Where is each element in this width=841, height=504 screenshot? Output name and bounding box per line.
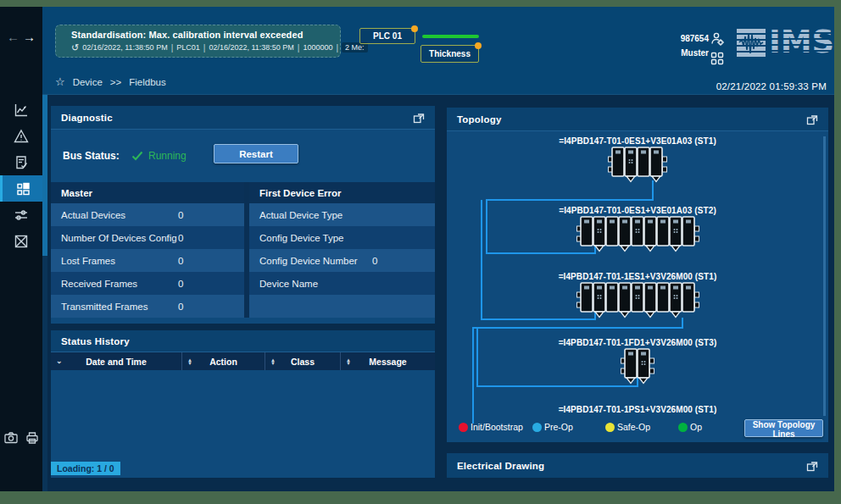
- sidebar-item-settings[interactable]: [0, 202, 42, 228]
- sort-icon[interactable]: ▲▼: [346, 358, 351, 365]
- row-value: 0: [372, 256, 377, 266]
- sidebar-item-reports[interactable]: [0, 149, 42, 175]
- chevron-down-icon[interactable]: ⌄: [56, 357, 63, 365]
- row-label: Config Device Type: [259, 233, 344, 243]
- sidebar-item-messages[interactable]: [0, 228, 42, 254]
- expand-icon[interactable]: [806, 460, 818, 472]
- device-icon[interactable]: [576, 216, 699, 256]
- bus-status-value-wrap: Running: [131, 150, 187, 162]
- expand-icon[interactable]: [806, 114, 818, 125]
- topology-scrollbar[interactable]: [823, 136, 826, 416]
- row-label: Lost Frames: [61, 256, 115, 266]
- table-row: Received Frames0: [51, 272, 244, 295]
- trend-chart-icon: [13, 102, 30, 119]
- row-value: 0: [178, 233, 183, 243]
- sidebar-tools: [0, 430, 42, 446]
- breadcrumb-fieldbus[interactable]: Fieldbus: [129, 77, 165, 87]
- row-label: Actual Devices: [61, 210, 125, 220]
- table-row: Config Device Number0: [249, 249, 435, 272]
- alarm-title: Standardisation: Max. calibration interv…: [71, 30, 368, 40]
- row-label: Config Device Number: [259, 256, 358, 266]
- topology-body: =I4PBD147-T01-0ES1+V3E01A03 (ST1)=I4PBD1…: [447, 131, 828, 442]
- main-scrollbar[interactable]: [42, 95, 47, 491]
- user-id: 987654: [658, 34, 709, 43]
- topology-title: Topology: [457, 114, 502, 125]
- main-scrollbar-thumb[interactable]: [42, 95, 47, 256]
- column-message[interactable]: ▲▼ Message: [341, 352, 435, 370]
- sort-icon[interactable]: ▲▼: [187, 358, 192, 365]
- panel-diagnostic: Diagnostic Bus Status: Running Restart: [51, 106, 435, 324]
- panel-status-history: Status History ⌄ Date and Time ▲▼ Action…: [51, 330, 435, 478]
- row-label: Actual Device Type: [259, 210, 343, 220]
- panel-electrical-drawing: Electrical Drawing: [447, 453, 828, 478]
- alarm-banner[interactable]: Standardisation: Max. calibration interv…: [55, 25, 341, 58]
- sidebar: ← →: [0, 7, 42, 491]
- row-label: Number Of Devices Config: [61, 233, 177, 243]
- history-icon: ↺: [71, 44, 79, 52]
- plc-alert-badge: [411, 25, 418, 32]
- expand-icon[interactable]: [413, 112, 425, 124]
- ims-logo: IMS: [736, 26, 834, 60]
- device-icon[interactable]: [576, 282, 699, 322]
- column-date-and-time[interactable]: ⌄ Date and Time: [51, 352, 182, 370]
- legend-item: Init/Bootstrap: [459, 422, 523, 432]
- main-column: Standardisation: Max. calibration interv…: [42, 7, 834, 491]
- table-row: Device Name: [249, 272, 435, 295]
- user-settings-icon[interactable]: [710, 31, 725, 50]
- alarm-source: PLC01: [176, 43, 200, 52]
- device-label[interactable]: =I4PBD147-T01-1PS1+V3V26M00 (ST1): [447, 405, 828, 414]
- alarm-text: Standardisation: Max. calibration interv…: [71, 30, 368, 53]
- thickness-alert-badge: [475, 42, 482, 49]
- column-action[interactable]: ▲▼ Action: [182, 352, 265, 370]
- sidebar-item-trends[interactable]: [0, 97, 42, 123]
- legend-dot: [532, 423, 542, 432]
- table-row: Transmitted Frames0: [51, 295, 244, 318]
- row-value: 0: [178, 210, 183, 220]
- alarm-time-2: 02/16/2022, 11:38:50 PM: [209, 43, 293, 52]
- sidebar-item-dashboard[interactable]: [0, 175, 42, 202]
- main-content: Diagnostic Bus Status: Running Restart: [42, 95, 834, 491]
- sliders-icon: [13, 207, 30, 224]
- apps-grid-icon[interactable]: [710, 52, 724, 69]
- master-title: Master: [51, 182, 244, 203]
- header-datetime: 02/21/2022 01:59:33 PM: [716, 81, 827, 91]
- column-class[interactable]: ▲▼ Class: [265, 352, 341, 370]
- breadcrumb: ☆ Device >> Fieldbus: [55, 75, 166, 88]
- row-label: Received Frames: [61, 279, 137, 289]
- bus-status-label: Bus Status:: [63, 150, 120, 162]
- back-arrow-icon[interactable]: ←: [7, 30, 19, 44]
- sort-icon[interactable]: ▲▼: [270, 358, 276, 365]
- app-window: ← →: [0, 7, 834, 491]
- master-table: Master Actual Devices0Number Of Devices …: [51, 182, 244, 318]
- breadcrumb-device[interactable]: Device: [73, 77, 103, 87]
- device-label[interactable]: =I4PBD147-T01-1ES1+V3V26M00 (ST1): [447, 272, 828, 281]
- device-icon[interactable]: [621, 348, 654, 388]
- sidebar-menu: [0, 97, 42, 254]
- show-topology-lines-button[interactable]: Show Topology Lines: [744, 419, 823, 437]
- favorite-star-icon[interactable]: ☆: [55, 75, 65, 88]
- plc-button[interactable]: PLC 01: [359, 28, 415, 44]
- device-label[interactable]: =I4PBD147-T01-1FD1+V3V26M00 (ST3): [447, 338, 828, 347]
- logo-wave-icon: [736, 28, 766, 58]
- device-icon[interactable]: [608, 147, 667, 186]
- table-row-empty: [249, 295, 435, 318]
- restart-button[interactable]: Restart: [214, 144, 298, 163]
- logo-text: IMS: [769, 28, 834, 57]
- nav-arrows: ← →: [0, 30, 42, 44]
- camera-icon[interactable]: [3, 430, 19, 446]
- row-value: 0: [178, 279, 183, 289]
- forward-arrow-icon[interactable]: →: [23, 30, 36, 44]
- tiles-dashboard-icon: [14, 180, 31, 197]
- sidebar-item-alarms[interactable]: [0, 123, 42, 149]
- legend-item: Op: [678, 422, 702, 432]
- thickness-button[interactable]: Thickness: [420, 45, 479, 63]
- device-label[interactable]: =I4PBD147-T01-0ES1+V3E01A03 (ST1): [447, 136, 828, 146]
- device-label[interactable]: =I4PBD147-T01-0ES1+V3E01A03 (ST2): [447, 206, 828, 215]
- diagnostic-title: Diagnostic: [61, 113, 113, 123]
- status-table-body: Loading: 1 / 0: [51, 370, 435, 478]
- legend-label: Pre-Op: [544, 422, 573, 432]
- table-row: Actual Devices0: [51, 203, 244, 226]
- printer-icon[interactable]: [25, 430, 40, 446]
- legend-label: Safe-Op: [617, 422, 650, 432]
- header: Standardisation: Max. calibration interv…: [42, 7, 834, 95]
